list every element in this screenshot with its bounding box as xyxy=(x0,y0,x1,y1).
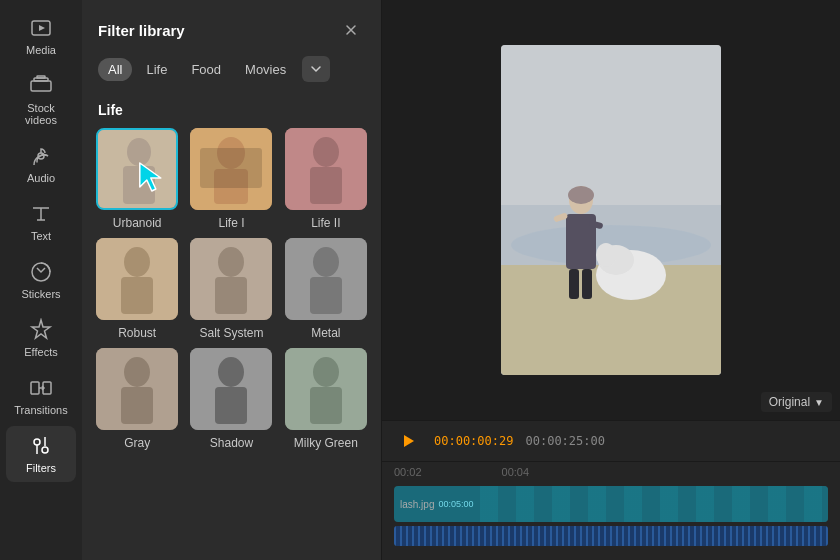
svg-rect-50 xyxy=(582,269,592,299)
filter-thumb-shadow xyxy=(190,348,272,430)
filter-item-gray[interactable]: Gray xyxy=(94,348,180,450)
stock-videos-icon xyxy=(29,74,53,98)
filter-item-shadow[interactable]: Shadow xyxy=(188,348,274,450)
svg-rect-21 xyxy=(310,167,342,204)
filter-name-metal: Metal xyxy=(311,326,340,340)
svg-rect-33 xyxy=(121,387,153,424)
filter-thumb-milkygreen xyxy=(285,348,367,430)
filter-name-urbanoid: Urbanoid xyxy=(113,216,162,230)
svg-point-32 xyxy=(124,357,150,387)
filter-item-robust[interactable]: Robust xyxy=(94,238,180,340)
ruler-mark-2: 00:04 xyxy=(502,466,530,478)
svg-point-51 xyxy=(568,186,594,204)
audio-track[interactable] xyxy=(394,526,828,546)
svg-point-35 xyxy=(218,357,244,387)
preview-area: Original ▼ xyxy=(382,0,840,420)
sidebar-item-audio[interactable]: Audio xyxy=(6,136,76,192)
svg-point-38 xyxy=(313,357,339,387)
filter-panel: Filter library All Life Food Movies Life xyxy=(82,0,382,560)
frame-strip xyxy=(480,486,828,522)
tab-movies[interactable]: Movies xyxy=(235,58,296,81)
timeline-controls: 00:00:00:29 00:00:25:00 xyxy=(382,421,840,462)
svg-rect-49 xyxy=(569,269,579,299)
svg-rect-39 xyxy=(310,387,342,424)
filter-content: Life Urbanoid xyxy=(82,94,381,560)
sidebar-item-stock-videos[interactable]: Stock videos xyxy=(6,66,76,134)
svg-rect-13 xyxy=(123,166,155,204)
filter-thumb-gray xyxy=(96,348,178,430)
total-time: 00:00:25:00 xyxy=(525,434,604,448)
panel-header: Filter library xyxy=(82,0,381,56)
original-label: Original xyxy=(769,395,810,409)
media-icon xyxy=(29,16,53,40)
svg-point-10 xyxy=(42,447,48,453)
stickers-label: Stickers xyxy=(21,288,60,300)
svg-rect-18 xyxy=(200,148,262,188)
original-chevron: ▼ xyxy=(814,397,824,408)
svg-point-9 xyxy=(34,439,40,445)
sidebar-item-text[interactable]: Text xyxy=(6,194,76,250)
filters-label: Filters xyxy=(26,462,56,474)
text-icon xyxy=(29,202,53,226)
panel-close-button[interactable] xyxy=(337,16,365,44)
svg-rect-27 xyxy=(215,277,247,314)
more-tabs-button[interactable] xyxy=(302,56,330,82)
filter-name-life2: Life II xyxy=(311,216,340,230)
original-badge[interactable]: Original ▼ xyxy=(761,392,832,412)
sidebar-item-effects[interactable]: Effects xyxy=(6,310,76,366)
effects-label: Effects xyxy=(24,346,57,358)
sidebar: Media Stock videos Audio xyxy=(0,0,82,560)
svg-rect-40 xyxy=(501,45,721,205)
stock-videos-label: Stock videos xyxy=(10,102,72,126)
svg-point-46 xyxy=(596,243,616,267)
video-track[interactable]: lash.jpg 00:05:00 xyxy=(394,486,828,522)
svg-rect-30 xyxy=(310,277,342,314)
svg-rect-2 xyxy=(31,81,51,91)
tab-all[interactable]: All xyxy=(98,58,132,81)
ruler-mark-1: 00:02 xyxy=(394,466,422,478)
track-duration: 00:05:00 xyxy=(438,499,473,509)
filter-thumb-life1 xyxy=(190,128,272,210)
sidebar-item-stickers[interactable]: Stickers xyxy=(6,252,76,308)
sidebar-item-filters[interactable]: Filters xyxy=(6,426,76,482)
filter-item-urbanoid[interactable]: Urbanoid xyxy=(94,128,180,230)
transitions-label: Transitions xyxy=(14,404,67,416)
current-time: 00:00:00:29 xyxy=(434,434,513,448)
track-frames xyxy=(480,486,828,522)
text-label: Text xyxy=(31,230,51,242)
section-life-title: Life xyxy=(94,94,369,128)
tab-food[interactable]: Food xyxy=(181,58,231,81)
filter-name-gray: Gray xyxy=(124,436,150,450)
filter-item-life1[interactable]: Life I xyxy=(188,128,274,230)
svg-rect-4 xyxy=(37,76,45,78)
svg-point-20 xyxy=(313,137,339,167)
filter-thumb-robust xyxy=(96,238,178,320)
svg-marker-54 xyxy=(404,435,414,447)
filter-name-shadow: Shadow xyxy=(210,436,253,450)
filter-name-robust: Robust xyxy=(118,326,156,340)
media-label: Media xyxy=(26,44,56,56)
filter-item-milky-green[interactable]: Milky Green xyxy=(283,348,369,450)
stickers-icon xyxy=(29,260,53,284)
tab-life[interactable]: Life xyxy=(136,58,177,81)
timeline-track-area: lash.jpg 00:05:00 xyxy=(382,482,840,560)
sidebar-item-media[interactable]: Media xyxy=(6,8,76,64)
effects-icon xyxy=(29,318,53,342)
filter-tabs: All Life Food Movies xyxy=(82,56,381,94)
svg-rect-36 xyxy=(215,387,247,424)
filter-item-salt-system[interactable]: Salt System xyxy=(188,238,274,340)
filter-thumb-salt xyxy=(190,238,272,320)
filter-thumb-urbanoid xyxy=(96,128,178,210)
svg-point-12 xyxy=(127,138,151,166)
filter-item-life2[interactable]: Life II xyxy=(283,128,369,230)
filter-grid-life: Urbanoid Life I xyxy=(94,128,369,450)
play-button[interactable] xyxy=(394,427,422,455)
sidebar-item-transitions[interactable]: Transitions xyxy=(6,368,76,424)
filter-item-metal[interactable]: Metal xyxy=(283,238,369,340)
filters-icon xyxy=(29,434,53,458)
timeline-area: 00:00:00:29 00:00:25:00 00:02 00:04 lash… xyxy=(382,420,840,560)
panel-title: Filter library xyxy=(98,22,185,39)
svg-point-23 xyxy=(124,247,150,277)
audio-label: Audio xyxy=(27,172,55,184)
filter-thumb-life2 xyxy=(285,128,367,210)
